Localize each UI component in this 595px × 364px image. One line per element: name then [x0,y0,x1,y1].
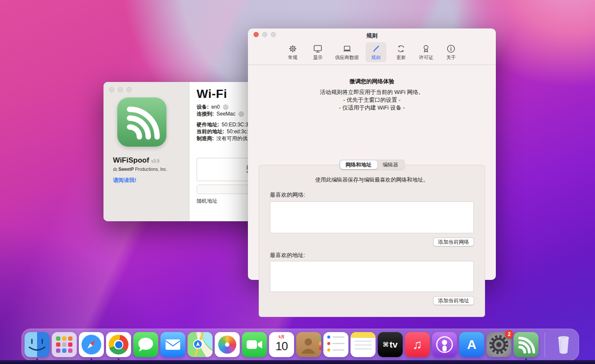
rules-traffic-lights [254,32,276,37]
calendar-day: 10 [276,340,288,353]
zoom-button[interactable] [126,87,132,92]
hw-addr-label: 硬件地址: [197,121,219,128]
subline-3: - 仅适用于内建 WiFi 设备 - [248,104,496,112]
add-current-network-button[interactable]: 添加当前网络 [433,238,474,246]
wifispoof-sidebar: WiFiSpoof v3.9 由 SweetP Productions, Inc… [103,82,190,221]
toolbar-item-general[interactable]: 常规 [282,42,303,62]
apple-tv-icon: ⌘tv [378,332,403,357]
toolbar-item-about[interactable]: 关于 [441,42,461,62]
app-version: v3.9 [151,159,160,163]
favorite-networks-list[interactable] [270,201,474,233]
chrome-icon [106,332,131,357]
device-value: en0 [211,104,220,110]
calendar-icon: 5月 10 [269,332,294,357]
dock-item-apple-tv[interactable]: ⌘tv [378,332,403,357]
dock-item-system-preferences[interactable]: 2 [486,332,511,357]
minimize-button[interactable] [262,32,267,37]
dock-divider [545,333,545,357]
app-store-glyph: A [467,337,476,352]
contacts-icon [296,332,321,357]
rules-heading: 微调您的网络体验 [248,78,496,85]
display-icon [313,44,323,54]
calendar-month: 5月 [279,334,285,340]
rules-titlebar[interactable]: 规则 [248,28,496,40]
dock-item-wifispoof[interactable] [514,332,539,357]
wifispoof-traffic-lights [109,87,132,92]
refresh-icon [396,44,406,54]
dock: 5月 10 [22,329,579,361]
podcasts-icon [432,332,457,357]
notification-badge: 2 [505,330,514,339]
reminders-icon [323,332,348,357]
dock-item-trash[interactable] [551,332,576,357]
facetime-icon [242,332,267,357]
connected-label: 连接到: [197,110,214,117]
subline-2: - 优先于主窗口的设置 - [248,96,496,104]
app-name: WiFiSpoof v3.9 [113,156,160,165]
subline-1: 活动规则将立即应用于当前的 WiFi 网络。 [248,88,496,96]
connected-value: SeeMac [216,110,235,117]
favorite-addresses-list[interactable] [270,261,474,292]
dock-item-reminders[interactable] [323,332,348,357]
minimize-button[interactable] [118,87,123,92]
toolbar-item-vendor-data[interactable]: 供应商数据 [332,42,361,62]
music-icon: ♫ [405,332,430,357]
tab-bar: 网络和地址 编辑器 [248,160,496,170]
dock-item-maps[interactable] [188,332,213,357]
wifispoof-app-icon [117,97,166,147]
favorite-addresses-label: 最喜欢的地址: [270,251,305,259]
add-current-address-button[interactable]: 添加当前地址 [433,296,474,305]
toolbar-item-license[interactable]: 许可证 [416,42,436,62]
tv-label: tv [390,339,398,350]
app-byline: 由 SweetP Productions, Inc. [113,166,167,173]
dock-item-launchpad[interactable] [52,332,77,357]
dock-item-mail[interactable] [160,332,185,357]
dock-item-contacts[interactable] [296,332,321,357]
dock-item-messages[interactable] [133,332,158,357]
pencil-icon [371,44,381,54]
music-note-glyph: ♫ [413,337,423,352]
desktop: WiFiSpoof v3.9 由 SweetP Productions, Inc… [0,0,595,364]
dock-item-podcasts[interactable] [432,332,457,357]
window-title: 规则 [248,28,496,40]
favorite-networks-label: 最喜欢的网络: [270,191,305,199]
panel-description: 使用此编辑器保存与编辑最喜欢的网络和地址。 [259,176,485,184]
toolbar-item-update[interactable]: 更新 [391,42,411,62]
rules-window: 规则 常规 [248,28,496,280]
random-address-label[interactable]: 随机地址 [197,198,217,205]
tab-networks-and-addresses[interactable]: 网络和地址 [340,160,377,169]
rules-subheading: 活动规则将立即应用于当前的 WiFi 网络。 - 优先于主窗口的设置 - - 仅… [248,88,496,112]
close-button[interactable] [109,87,114,92]
dock-item-safari[interactable] [79,332,104,357]
dock-item-facetime[interactable] [242,332,267,357]
dock-item-notes[interactable] [351,332,376,357]
launchpad-icon [52,332,77,357]
preferences-toolbar: 常规 显示 供应商数据 [248,40,496,65]
apple-logo-icon: ⌘ [383,341,389,348]
dock-item-app-store[interactable]: A [459,332,484,357]
toolbar-item-display[interactable]: 显示 [307,42,328,62]
cur-addr-label: 当前的地址: [197,128,224,135]
device-action-icon[interactable]: › [223,104,229,110]
laptop-icon [342,44,352,54]
app-store-icon: A [459,332,484,357]
readme-link[interactable]: 请阅读我! [113,177,136,184]
wifispoof-dock-icon [514,332,539,357]
tab-editor[interactable]: 编辑器 [377,160,404,169]
zoom-button[interactable] [271,32,276,37]
notes-icon [351,332,376,357]
trash-icon [551,332,576,357]
vendor-label: 制造商: [197,135,214,142]
editor-panel: 使用此编辑器保存与编辑最喜欢的网络和地址。 最喜欢的网络: 添加当前网络 最喜欢… [259,165,485,317]
dock-item-chrome[interactable] [106,332,131,357]
dock-item-photos[interactable] [215,332,240,357]
dock-item-calendar[interactable]: 5月 10 [269,332,294,357]
toolbar-item-rules[interactable]: 规则 [366,42,386,62]
connected-action-icon[interactable]: › [238,111,244,117]
dock-item-finder[interactable] [25,332,50,357]
maps-icon [188,332,213,357]
info-icon [446,44,456,54]
mail-icon [160,332,185,357]
close-button[interactable] [254,32,259,37]
dock-item-music[interactable]: ♫ [405,332,430,357]
